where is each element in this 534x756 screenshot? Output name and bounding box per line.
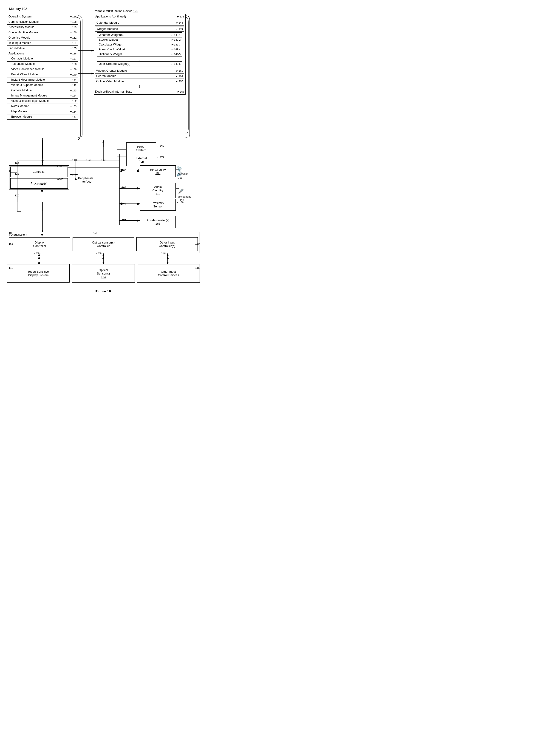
widget-creator-row: Widget Creator Module ⌐150 xyxy=(95,68,184,73)
accelerometer-block: Accelerometer(s) 168 xyxy=(140,216,176,228)
peripherals-interface-label: Peripherals Interface xyxy=(78,176,93,183)
figure-label: Figure 1B xyxy=(95,289,111,292)
touch-display-box: Touch-Sensitive Display System xyxy=(7,264,69,283)
ref-116: ⌐ 116 xyxy=(193,266,200,269)
workout-support-row: Workout Support Module ⌐142 xyxy=(7,83,78,88)
rf-circuitry-block: RF Circuitry 108 xyxy=(140,165,176,177)
user-created-widget-row: User-Created Widget(s) ⌐149-6 xyxy=(97,62,182,66)
other-input-devices-box: Other Input Control Devices xyxy=(137,264,200,283)
apps-box: Applications (continued) ⌐136 Calendar M… xyxy=(94,14,186,94)
search-module-row: Search Module ⌐151 xyxy=(95,73,184,79)
image-management-row: Image Management Module ⌐144 xyxy=(7,93,78,98)
optical-sensor-controller-box: Optical sensor(s) Controller xyxy=(72,237,134,251)
map-module-row: Map Module ⌐154 xyxy=(7,109,78,114)
memory-box: Operating System ⌐126 Communication Modu… xyxy=(7,14,78,120)
gps-module-row: GPS Module ⌐135 xyxy=(7,46,78,51)
optical-sensors-box: Optical Sensor(s) 164 xyxy=(72,264,135,283)
browser-module-row: Browser Module ⌐147 xyxy=(7,114,78,120)
applications-section: Applications ⌐136 xyxy=(7,51,78,56)
ref-103-top1: 103 xyxy=(86,158,91,161)
ref-120: 120 xyxy=(15,194,19,197)
dots-row-2: ⋮ xyxy=(94,84,185,89)
ref-103-prox: 103 xyxy=(122,202,126,205)
device-state-row: Device/Global Internal State ⌐157 xyxy=(94,89,185,94)
contact-motion-row: Contact/Motion Module ⌐130 xyxy=(7,30,78,35)
io-boxes-row: Display Controller Optical sensor(s) Con… xyxy=(9,237,198,251)
proximity-ref: ⌐ 166 xyxy=(177,201,183,204)
device-title: Portable Multifunction Device 100 xyxy=(94,9,138,13)
display-controller-box: Display Controller xyxy=(9,237,70,251)
power-system-block: Power System xyxy=(126,143,156,154)
instant-messaging-row: Instant Messaging Module ⌐141 xyxy=(7,77,78,83)
ref-118: 118 xyxy=(72,158,77,161)
ref-103-periph: ⌐103 xyxy=(57,165,64,168)
speaker-icon: 🔊 xyxy=(176,171,182,177)
os-row: Operating System ⌐126 xyxy=(7,14,78,19)
dots-row: ⋮ xyxy=(97,57,182,62)
accessibility-module-row: Accessibility Module ⌐129 xyxy=(7,25,78,30)
graphics-module-row: Graphics Module ⌐132 xyxy=(7,35,78,40)
speaker-ref: 111 xyxy=(178,176,182,179)
memory-label: Memory 102 xyxy=(9,7,27,11)
notes-module-row: Notes Module ⌐153 xyxy=(7,104,78,109)
io-subsystem-ref: ⌐ 158 xyxy=(91,231,97,234)
ref-160: ⌐ 160 xyxy=(193,242,200,245)
audio-circuitry-block: Audio Circuitry 110 xyxy=(140,183,176,198)
ref-103-periph2: ⌐103 xyxy=(57,178,64,181)
bottom-boxes-row: Touch-Sensitive Display System Optical S… xyxy=(7,264,200,283)
io-subsystem-label: I/O Subsystem xyxy=(9,233,198,236)
comm-module-row: Communication Module ⌐128 xyxy=(7,19,78,25)
text-input-row: Text Input Module ⌐134 xyxy=(7,40,78,46)
microphone-label: Microphone xyxy=(177,195,191,198)
ref-103-top2: 103 xyxy=(101,158,105,161)
apps-continued-row: Applications (continued) ⌐136 xyxy=(94,14,185,19)
weather-widget-row: Weather Widget(s) ⌐149-1 xyxy=(97,33,182,38)
controller-wrapper: Controller Processor(s) xyxy=(9,165,69,190)
ref-106: 106 xyxy=(9,231,13,234)
io-subsystem-container: I/O Subsystem Display Controller Optical… xyxy=(7,232,200,253)
widgets-inner-box: Weather Widget(s) ⌐149-1 Stocks Widget ⌐… xyxy=(97,32,182,67)
external-port-ref: ⌐ 124 xyxy=(158,156,164,158)
controller-block: Controller xyxy=(10,167,68,177)
other-input-controller-box: Other Input Controller(s) xyxy=(136,237,198,251)
telephone-module-row: Telephone Module ⌐138 xyxy=(7,62,78,67)
contacts-module-row: Contacts Module ⌐137 xyxy=(7,56,78,62)
ref-103-other: ⌐103 xyxy=(160,252,166,254)
dictionary-widget-row: Dictionary Widget ⌐149-5 xyxy=(97,52,182,57)
email-client-row: E-mail Client Module ⌐140 xyxy=(7,72,78,77)
ref-104: 104 xyxy=(15,162,19,165)
stocks-widget-row: Stocks Widget ⌐149-2 xyxy=(97,38,182,42)
microphone-icon: 🎤 xyxy=(178,188,184,194)
antenna-icon: 📡 xyxy=(177,166,183,172)
video-conference-row: Video Conference Module ⌐139 xyxy=(7,67,78,72)
external-port-block: External Port xyxy=(126,154,156,166)
widget-modules-header: Widget Modules ⌐149 xyxy=(95,26,184,32)
online-video-row: Online Video Module ⌐155 xyxy=(95,79,184,84)
ref-103-optical: ⌐103 xyxy=(96,252,102,254)
proximity-sensor-block: Proximity Sensor xyxy=(140,199,176,211)
ref-103-accel: 103 xyxy=(122,218,126,221)
video-music-player-row: Video & Music Player Module ⌐152 xyxy=(7,98,78,104)
ref-112: 112 xyxy=(9,266,13,269)
widget-modules-box: Widget Modules ⌐149 Weather Widget(s) ⌐1… xyxy=(95,26,184,67)
ref-156: 156 xyxy=(9,242,13,245)
calendar-module-box: Calendar Module ⌐148 xyxy=(95,20,184,25)
camera-module-row: Camera Module ⌐143 xyxy=(7,88,78,93)
ref-103-rf: 103 xyxy=(122,169,126,172)
power-system-ref: ⌐ 162 xyxy=(158,144,164,147)
alarm-clock-widget-row: Alarm Clock Widget ⌐149-4 xyxy=(97,47,182,52)
ref-122: 122 xyxy=(15,172,19,175)
ref-103-audio: 103 xyxy=(122,186,126,189)
calculator-widget-row: Calculator Widget ⌐149-3 xyxy=(97,42,182,47)
ref-103-display: ⌐103 xyxy=(35,252,40,254)
